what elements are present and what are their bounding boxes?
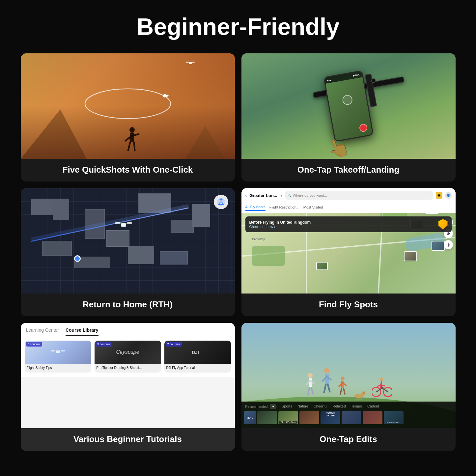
learning-header: Learning Center Course Library [21, 323, 235, 336]
learn-tab-center[interactable]: Learning Center [26, 327, 59, 336]
map-filter-icon[interactable]: ◉ [436, 192, 442, 199]
svg-point-40 [341, 377, 345, 380]
tutorials-card[interactable]: Learning Center Course Library 8 courses [21, 323, 235, 451]
flyspots-label: Find Fly Spots [241, 294, 456, 316]
person2-icon [321, 367, 333, 397]
map-tab-restriction[interactable]: Flight Restriction... [269, 205, 299, 210]
flyspots-card[interactable]: ‹ Greater Lon... ∨ 🔍 Where do you want..… [241, 188, 456, 316]
course-badge-flight: 8 courses [26, 342, 42, 347]
courses-row: 8 courses Flight Safety Tips [21, 336, 235, 377]
edit-cat-cadent[interactable]: Cadent [367, 404, 379, 409]
svg-line-7 [128, 142, 130, 151]
map-tabs: All Fly Spots Flight Restriction... Most… [241, 203, 456, 213]
rth-icon [214, 195, 228, 209]
svg-point-20 [127, 221, 132, 223]
edit-thumb-4[interactable]: POWEROF LIFE [321, 411, 340, 424]
edit-cat-cheerful[interactable]: Cheerful [314, 404, 327, 409]
course-badge-dji: 7 courses [166, 342, 182, 347]
map-location-label: Greater Lon... [249, 193, 277, 198]
edit-cat-tempo[interactable]: Tempo [351, 404, 362, 409]
cityscape-text: Cityscape [116, 349, 139, 355]
edit-thumb-6[interactable] [363, 411, 382, 424]
svg-rect-64 [381, 387, 383, 388]
person-silhouette-icon [122, 126, 142, 152]
drone-icon [185, 60, 195, 67]
svg-line-32 [308, 387, 309, 395]
takeoff-card[interactable]: ●●● ▶ REC [241, 53, 456, 182]
edit-thumb-nature-mood[interactable]: Nature Mood [384, 411, 404, 424]
warning-title: Before Flying in United Kingdom [249, 220, 436, 225]
feature-grid: Five QuickShots With One-Click ●●● [21, 53, 456, 451]
edit-thumb-3[interactable] [299, 411, 319, 424]
svg-line-17 [120, 223, 121, 224]
svg-rect-35 [325, 374, 329, 384]
svg-text:DJI: DJI [192, 350, 199, 355]
more-label: More [246, 416, 253, 420]
fly-warning-banner[interactable]: Before Flying in United Kingdom Check ou… [245, 216, 452, 232]
edit-cat-sports[interactable]: Sports [282, 404, 292, 409]
course-thumb-dji: 7 courses DJI [164, 341, 231, 364]
course-card-flight[interactable]: 8 courses Flight Safety Tips [25, 341, 91, 373]
edits-image: Recommended ✦ Sports Nature Cheerful Rel… [241, 323, 456, 428]
svg-rect-24 [56, 350, 60, 353]
dog-icon [352, 389, 366, 400]
svg-line-51 [358, 398, 358, 400]
course-title-cityscape: Pro Tips for Droning & Shooti... [95, 364, 161, 373]
map-dropdown-icon[interactable]: ∨ [280, 194, 282, 197]
edit-categories: Recommended ✦ Sports Nature Cheerful Rel… [241, 404, 456, 411]
edit-cat-nature[interactable]: Nature [297, 404, 308, 409]
edits-card[interactable]: Recommended ✦ Sports Nature Cheerful Rel… [241, 323, 456, 451]
edit-thumb-more-btn[interactable]: More [244, 411, 256, 424]
map-location-icon[interactable]: ◎ [444, 240, 453, 249]
tutorials-label: Various Beginner Tutorials [21, 428, 235, 451]
course-title-flight: Flight Safety Tips [25, 364, 91, 373]
course-thumb-city: 5 courses Cityscape [95, 341, 161, 364]
edit-ui-overlay: Recommended ✦ Sports Nature Cheerful Rel… [241, 402, 456, 428]
dji-logo-icon: DJI [191, 349, 204, 355]
rth-image [21, 188, 235, 294]
edit-thumb-5[interactable] [342, 411, 361, 424]
edit-thumbnails-row: More Street Fashion POWEROF LIFE [241, 411, 456, 427]
map-search-box[interactable]: 🔍 Where do you want... [285, 191, 433, 200]
svg-line-33 [311, 387, 313, 394]
course-card-dji[interactable]: 7 courses DJI DJI Fly App Tutorial [164, 341, 231, 373]
rec-badge: ✦ [270, 404, 276, 409]
svg-line-45 [340, 388, 342, 395]
map-user-icon[interactable]: 👤 [445, 192, 452, 199]
svg-line-18 [126, 223, 127, 224]
tutorials-image: Learning Center Course Library 8 courses [21, 323, 235, 428]
svg-line-46 [344, 388, 345, 394]
recommended-label[interactable]: Recommended ✦ [245, 404, 277, 409]
flyspots-image: ‹ Greater Lon... ∨ 🔍 Where do you want..… [241, 188, 456, 294]
page-title: Beginner-Friendly [136, 13, 339, 40]
edit-cat-relaxed[interactable]: Relaxed [333, 404, 346, 409]
cyclist-icon [372, 372, 392, 399]
map-tab-flyspots[interactable]: All Fly Spots [245, 205, 266, 211]
learn-tab-library[interactable]: Course Library [66, 327, 98, 336]
quickshots-image [21, 53, 235, 159]
edit-thumb-1[interactable] [257, 411, 277, 424]
map-tab-visited[interactable]: Most Visited [303, 205, 323, 210]
person3-icon [338, 376, 348, 399]
svg-line-50 [356, 397, 356, 400]
quickshots-label: Five QuickShots With One-Click [21, 159, 235, 182]
svg-line-39 [328, 384, 330, 392]
svg-rect-11 [192, 62, 195, 63]
map-back-icon[interactable]: ‹ [245, 193, 247, 198]
cemetery-label: Cemetery [252, 238, 265, 241]
svg-point-60 [379, 378, 383, 381]
svg-marker-2 [166, 95, 169, 97]
svg-rect-10 [186, 62, 189, 63]
svg-line-38 [324, 384, 326, 392]
warning-link[interactable]: Check out now › [249, 225, 436, 229]
svg-line-53 [361, 397, 362, 400]
rth-card[interactable]: Return to Home (RTH) [21, 188, 235, 316]
course-thumb-flight: 8 courses [25, 341, 91, 364]
svg-rect-14 [121, 223, 126, 227]
svg-line-52 [360, 398, 360, 400]
course-drone-icon [50, 347, 66, 358]
takeoff-label: One-Tap Takeoff/Landing [241, 159, 456, 182]
quickshots-card[interactable]: Five QuickShots With One-Click [21, 53, 235, 182]
course-card-cityscape[interactable]: 5 courses Cityscape Pro Tips for Droning… [95, 341, 161, 373]
edit-thumb-2[interactable]: Street Fashion [278, 411, 298, 424]
